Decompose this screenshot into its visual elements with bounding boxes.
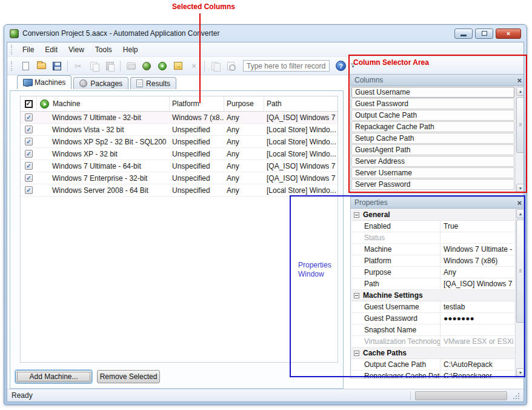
path-cell: [Local Store] Windo... [264, 184, 337, 196]
path-cell: [Local Store] Windo... [264, 124, 337, 135]
toolbar-separator [67, 61, 68, 72]
machine-header-label: Machine [53, 99, 80, 108]
copy-button[interactable] [87, 59, 101, 73]
row-checkbox[interactable]: ✓ [25, 162, 33, 170]
open-button[interactable] [34, 59, 48, 73]
tab-packages-label: Packages [90, 79, 122, 88]
paste-button[interactable] [102, 59, 117, 73]
table-row[interactable]: ✓ Windows 7 Ultimate - 32-bit Windows 7 … [21, 112, 337, 124]
menu-file[interactable]: File [17, 44, 39, 56]
machine-cell: Windows 7 Ultimate - 32-bit [52, 113, 141, 122]
platform-cell: Unspecified [170, 124, 224, 135]
tab-results[interactable]: Results [130, 77, 176, 89]
preview-button[interactable] [224, 59, 238, 73]
purpose-cell: Any [224, 124, 264, 135]
help-button[interactable]: ? [336, 61, 346, 71]
filter-input[interactable] [243, 60, 330, 72]
row-checkbox[interactable]: ✓ [25, 126, 33, 133]
new-button[interactable] [18, 59, 33, 73]
refresh-button[interactable] [155, 59, 170, 73]
purpose-cell: Any [224, 136, 264, 147]
path-cell: [Local Store] Windo... [264, 136, 337, 147]
table-row[interactable]: ✓ Windows XP - 32 bit Unspecified Any [L… [21, 148, 337, 160]
export-button[interactable]: → [171, 59, 185, 73]
title-bar[interactable]: Conversion Project 5.aacx - Automated Ap… [4, 25, 527, 42]
select-all-checkbox[interactable]: ✓ [25, 100, 33, 108]
maximize-button[interactable] [475, 29, 493, 39]
purpose-cell: Any [224, 148, 264, 160]
selected-columns-callout-line [199, 13, 201, 103]
row-checkbox[interactable]: ✓ [25, 186, 33, 194]
platform-cell: Unspecified [170, 160, 224, 172]
table-row[interactable]: ✓ Windows Server 2008 - 64 Bit Unspecifi… [21, 184, 337, 197]
platform-cell: Windows 7 (x8... [170, 112, 224, 123]
tab-packages[interactable]: Packages [73, 77, 128, 89]
report-button[interactable] [208, 59, 222, 73]
monitor-icon [23, 79, 32, 86]
table-row[interactable]: ✓ Windows 7 Ultimate - 64-bit Unspecifie… [21, 160, 337, 172]
platform-header-label: Platform [172, 99, 199, 108]
package-icon [142, 62, 151, 70]
preview-icon [227, 62, 234, 70]
cut-icon: ✂ [75, 61, 82, 71]
status-text: Ready [12, 391, 33, 400]
menu-tools[interactable]: Tools [90, 44, 118, 56]
close-button[interactable]: × [496, 29, 521, 39]
paste-icon [106, 62, 114, 70]
menu-edit[interactable]: Edit [39, 44, 63, 56]
machine-cell: Windows Vista - 32 bit [52, 126, 124, 134]
row-checkbox[interactable]: ✓ [25, 174, 33, 182]
progress-bar [415, 391, 507, 400]
disc-icon [79, 79, 87, 87]
new-icon [22, 62, 29, 70]
minimize-icon [461, 35, 467, 36]
cut-button[interactable]: ✂ [71, 59, 85, 73]
add-machine-button[interactable]: Add Machine... [15, 370, 92, 383]
export-icon: → [174, 62, 182, 70]
tab-machines[interactable]: Machines [17, 75, 71, 89]
purpose-header-label: Purpose [227, 99, 254, 108]
platform-column-header[interactable]: Platform [170, 96, 224, 111]
platform-cell: Unspecified [170, 184, 224, 196]
package-button[interactable] [139, 59, 154, 73]
toolbar-grip [11, 61, 14, 71]
play-icon [40, 99, 49, 109]
window-title: Conversion Project 5.aacx - Automated Ap… [22, 29, 220, 38]
tab-strip: Machines Packages Results [17, 77, 176, 89]
copy-icon [90, 62, 98, 70]
purpose-column-header[interactable]: Purpose [224, 96, 264, 111]
menu-help[interactable]: Help [118, 44, 144, 56]
machine-column-header[interactable]: Machine [37, 96, 170, 111]
path-column-header[interactable]: Path [264, 96, 337, 111]
table-header-row: ✓ Machine Platform Purpose Path [21, 96, 337, 112]
purpose-cell: Any [224, 184, 264, 196]
select-all-header[interactable]: ✓ [21, 96, 37, 111]
path-header-label: Path [267, 99, 282, 108]
document-icon [136, 79, 143, 87]
toolbar-separator [204, 61, 205, 72]
machine-cell: Windows XP - 32 bit [52, 150, 118, 158]
purpose-cell: Any [224, 112, 264, 123]
menu-view[interactable]: View [63, 44, 90, 56]
purpose-cell: Any [224, 172, 264, 184]
path-cell: [QA_ISO] Windows 7 ... [264, 172, 337, 184]
table-row[interactable]: ✓ Windows Vista - 32 bit Unspecified Any… [21, 124, 337, 136]
row-checkbox[interactable]: ✓ [25, 113, 33, 121]
save-button[interactable] [50, 59, 64, 73]
row-checkbox[interactable]: ✓ [25, 138, 33, 146]
properties-window-annotation-box [290, 195, 525, 377]
remove-selected-button[interactable]: Remove Selected [97, 370, 160, 383]
machine-cell: Windows XP Sp2 - 32 Bit - SQL200 [52, 138, 167, 146]
maximize-icon [482, 31, 487, 36]
minimize-button[interactable] [454, 29, 473, 39]
status-bar: Ready [7, 389, 524, 402]
app-icon [10, 29, 19, 38]
path-cell: [QA_ISO] Windows 7 ... [264, 160, 337, 172]
table-row[interactable]: ✓ Windows 7 Enterprise - 32-bit Unspecif… [21, 172, 337, 184]
platform-cell: Unspecified [170, 136, 224, 147]
row-checkbox[interactable]: ✓ [25, 150, 33, 158]
table-row[interactable]: ✓ Windows XP Sp2 - 32 Bit - SQL200 Unspe… [21, 136, 337, 148]
resize-grip[interactable] [513, 394, 519, 400]
machine-icon [127, 62, 136, 70]
machine-button[interactable] [124, 59, 138, 73]
